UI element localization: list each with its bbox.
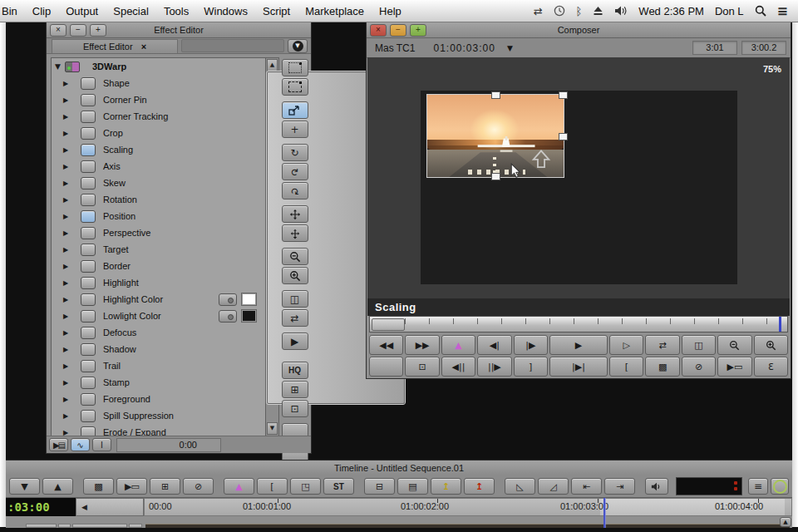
menu-script[interactable]: Script: [255, 5, 298, 17]
add-keyframe-button[interactable]: ▲: [224, 478, 254, 495]
crosshair-tool[interactable]: +: [282, 121, 308, 138]
param-row-border[interactable]: ▶ Border: [52, 258, 265, 274]
menu-help[interactable]: Help: [372, 5, 409, 17]
video-quality-button[interactable]: ▩: [83, 478, 114, 495]
param-row-defocus[interactable]: ▶ Defocus: [52, 324, 265, 341]
swap-sides-button[interactable]: ⇄: [645, 335, 679, 355]
expand-triangle-icon[interactable]: ▶: [63, 146, 73, 154]
param-enable-checkbox[interactable]: [81, 177, 96, 190]
menu-bin[interactable]: Bin: [0, 5, 25, 17]
segment-mode-button[interactable]: ▤: [397, 478, 428, 495]
scroll-up-icon[interactable]: ▲: [267, 59, 278, 71]
timeline-playhead[interactable]: [603, 498, 605, 528]
track-button[interactable]: [26, 524, 57, 528]
expand-triangle-icon[interactable]: ▶: [63, 80, 73, 87]
zoom-in-tool[interactable]: [282, 267, 308, 284]
st-button[interactable]: ST: [323, 478, 354, 495]
play-button[interactable]: ▶: [549, 335, 608, 355]
param-enable-checkbox[interactable]: [81, 210, 96, 223]
effect-editor-button[interactable]: Ɛ: [754, 357, 788, 377]
param-enable-checkbox[interactable]: [81, 393, 96, 406]
eject-icon[interactable]: [593, 7, 603, 16]
composer-titlebar[interactable]: Composer × − +: [367, 22, 791, 38]
effect-editor-titlebar[interactable]: Effect Editor × − +: [47, 22, 311, 38]
param-enable-checkbox[interactable]: [81, 360, 96, 372]
tree-scrollbar[interactable]: ▲ ▼: [265, 57, 279, 436]
param-row-target[interactable]: ▶ Target: [52, 241, 265, 258]
param-row-shadow[interactable]: ▶ Shadow: [52, 341, 265, 357]
resize-handle-top[interactable]: [491, 91, 500, 99]
expand-triangle-icon[interactable]: ▶: [63, 196, 73, 204]
param-row-corner-pin[interactable]: ▶ Corner Pin: [52, 91, 265, 108]
track-selector[interactable]: Mas TC1: [375, 42, 415, 54]
render-effect-button[interactable]: ⊞: [150, 478, 180, 495]
rewind-button[interactable]: ◀◀: [369, 335, 403, 355]
param-row-lowlight-color[interactable]: ▶ Lowlight Color: [52, 308, 265, 324]
move-tool[interactable]: [282, 205, 308, 223]
clock-icon[interactable]: [554, 5, 565, 17]
hq-button[interactable]: HQ: [282, 362, 308, 379]
param-enable-checkbox[interactable]: [81, 111, 96, 123]
play-tool[interactable]: ▶: [282, 332, 308, 350]
param-row-perspective[interactable]: ▶ Perspective: [52, 224, 265, 241]
expand-triangle-icon[interactable]: ▶: [63, 96, 73, 104]
menu-marketplace[interactable]: Marketplace: [298, 5, 372, 17]
timecode-dropdown-icon[interactable]: ▼: [507, 44, 513, 52]
add-keyframe-button[interactable]: ▲: [441, 335, 475, 355]
dual-split-button[interactable]: ◫: [682, 335, 716, 355]
expand-triangle-icon[interactable]: ▶: [63, 163, 73, 170]
param-enable-checkbox[interactable]: [81, 277, 96, 289]
swap-sides-tool[interactable]: ⇄: [282, 309, 308, 327]
param-enable-checkbox[interactable]: [81, 227, 96, 239]
timeline-titlebar[interactable]: Timeline - Untitled Sequence.01: [6, 461, 792, 476]
param-row-erode-expand[interactable]: ▶ Erode / Expand: [52, 424, 265, 436]
param-row-shape[interactable]: ▶ Shape: [52, 75, 265, 91]
rotate-x-tool[interactable]: ↺: [282, 182, 308, 200]
ibeam-icon[interactable]: Ι: [92, 438, 111, 451]
toggle-list-button[interactable]: ≡: [748, 478, 768, 495]
promote-button[interactable]: ⊞: [282, 381, 308, 398]
zoom-button[interactable]: +: [410, 24, 426, 37]
param-row-corner-tracking[interactable]: ▶ Corner Tracking: [52, 108, 265, 125]
track-panel-button[interactable]: ⊟: [364, 478, 395, 495]
param-enable-checkbox[interactable]: [81, 327, 96, 339]
position-bar[interactable]: [369, 316, 788, 332]
expand-triangle-icon[interactable]: ▶: [63, 180, 73, 187]
video-viewport[interactable]: [421, 91, 737, 284]
position-indicator[interactable]: [779, 317, 781, 332]
resize-handle-bottom[interactable]: [491, 173, 500, 180]
audio-meter-button[interactable]: [645, 478, 668, 495]
param-row-foreground[interactable]: ▶ Foreground: [52, 391, 265, 407]
param-enable-checkbox[interactable]: [81, 94, 96, 106]
play-to-out-button[interactable]: |▶|: [549, 357, 608, 377]
duration-field-right[interactable]: 3:00.2: [741, 41, 786, 55]
effect-mode-button[interactable]: ◳: [290, 478, 321, 495]
param-row-highlight-color[interactable]: ▶ Highlight Color: [52, 291, 265, 308]
volume-icon[interactable]: [614, 6, 628, 16]
menu-windows[interactable]: Windows: [196, 5, 255, 17]
scale-tool[interactable]: [282, 101, 308, 119]
trim-mode-out-button[interactable]: ↥: [464, 478, 495, 495]
track-button[interactable]: [129, 524, 142, 528]
timeline-ruler[interactable]: 00:00 01:00:01:00 01:00:02:00 01:00:03:0…: [144, 498, 792, 516]
position-bar-thumb[interactable]: [372, 318, 405, 331]
mark-in-button[interactable]: [: [257, 478, 288, 495]
menubar-clock-text[interactable]: Wed 2:36 PM: [638, 5, 704, 17]
center-box-button[interactable]: ⊡: [282, 400, 308, 417]
expand-triangle-icon[interactable]: ▶: [63, 229, 73, 237]
expand-triangle-icon[interactable]: ▶: [63, 213, 73, 220]
transition-right-button[interactable]: ◿: [538, 478, 569, 495]
expand-triangle-icon[interactable]: ▶: [63, 130, 73, 137]
expand-triangle-icon[interactable]: ▶: [63, 246, 73, 254]
param-row-axis[interactable]: ▶ Axis: [52, 158, 265, 175]
rotate-y-tool[interactable]: ↻: [282, 163, 308, 180]
param-row-spill-suppression[interactable]: ▶ Spill Suppression: [52, 407, 265, 424]
rotate-z-tool[interactable]: ↻: [282, 144, 308, 161]
play-clip-button[interactable]: ▶▭: [717, 357, 751, 377]
zoom-out-tool[interactable]: [282, 248, 308, 265]
expand-triangle-icon[interactable]: ▶: [63, 396, 73, 403]
notification-list-icon[interactable]: ≡: [777, 3, 788, 19]
step-forward-button[interactable]: |▶: [514, 335, 548, 355]
composer-preview[interactable]: 75%: [367, 57, 790, 298]
collapse-triangle-icon[interactable]: ▼: [55, 62, 65, 71]
